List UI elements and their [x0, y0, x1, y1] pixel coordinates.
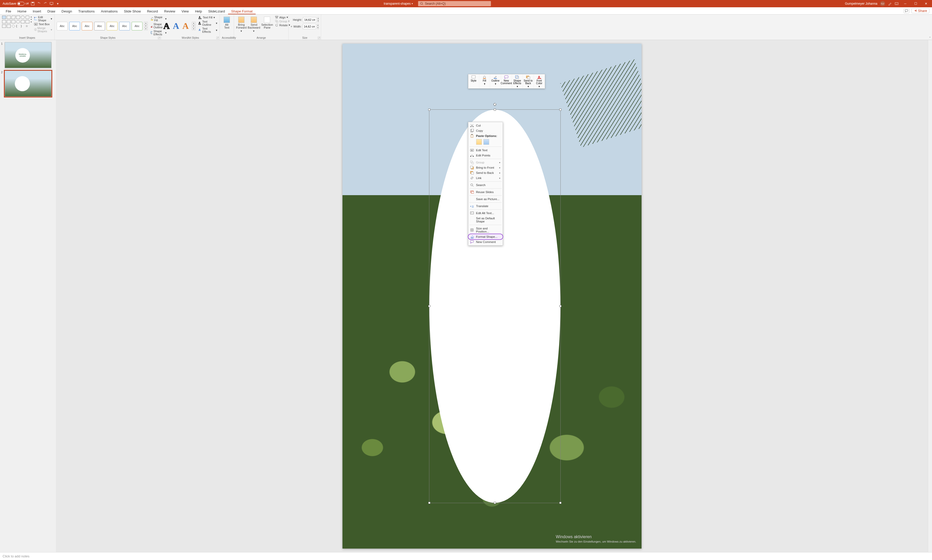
ctx-save-picture[interactable]: Save as Picture... — [468, 197, 503, 202]
ctx-search[interactable]: Search — [468, 182, 503, 188]
rotate-handle[interactable] — [493, 103, 497, 106]
mini-shape-effects[interactable]: Shape Effects ▾ — [512, 74, 523, 88]
ctx-reuse-slides[interactable]: Reuse Slides — [468, 189, 503, 195]
svg-point-3 — [420, 2, 423, 5]
shape-styles-launcher[interactable]: ⤢ — [158, 37, 160, 39]
toggle-off-icon[interactable] — [17, 2, 25, 5]
ctx-copy[interactable]: Copy — [468, 128, 503, 133]
ctx-format-shape[interactable]: Format Shape... — [468, 234, 503, 239]
ctx-send-back[interactable]: Send to Back▸ — [468, 170, 503, 175]
tab-design[interactable]: Design — [59, 9, 75, 14]
resize-handle-bl[interactable] — [428, 502, 431, 504]
resize-handle-mr[interactable] — [559, 305, 562, 307]
text-outline-button[interactable]: AText Outline ▾ — [198, 20, 218, 26]
resize-handle-tr[interactable] — [559, 109, 562, 111]
text-fill-button[interactable]: AText Fill ▾ — [198, 15, 218, 19]
tab-file[interactable]: File — [3, 9, 14, 14]
ctx-set-default[interactable]: Set as Default Shape — [468, 216, 503, 224]
ribbon-display-icon[interactable] — [895, 2, 899, 6]
save-icon[interactable] — [31, 2, 35, 6]
minimize-button[interactable]: ─ — [901, 0, 909, 7]
tab-review[interactable]: Review — [161, 9, 178, 14]
draw-mode-icon[interactable] — [888, 2, 892, 6]
resize-handle-br[interactable] — [559, 502, 562, 504]
rotate-button[interactable]: Rotate ▾ — [275, 23, 290, 27]
slide-canvas-area[interactable]: Style Fill ▾ Outline ▾ New Comment Shape… — [56, 40, 928, 552]
size-launcher[interactable]: ⤢ — [318, 37, 320, 39]
tab-shape-format[interactable]: Shape Format — [228, 9, 256, 14]
document-name[interactable]: transparent-shapes▾ — [384, 2, 413, 5]
ctx-new-comment[interactable]: New Comment — [468, 239, 503, 245]
tab-home[interactable]: Home — [14, 9, 30, 14]
vertical-scrollbar[interactable] — [928, 40, 932, 552]
mini-font-color[interactable]: AFont Color ▾ — [534, 74, 545, 88]
paste-option-2[interactable] — [483, 139, 489, 145]
shape-style-gallery[interactable]: Abc Abc Abc Abc Abc Abc Abc ▴▾▾ — [57, 15, 148, 36]
tab-help[interactable]: Help — [192, 9, 205, 14]
ctx-size-position[interactable]: Size and Position... — [468, 226, 503, 234]
redo-icon[interactable] — [43, 2, 47, 6]
slide-thumb-2[interactable] — [5, 71, 51, 97]
style-gallery-more[interactable]: ▴▾▾ — [144, 22, 148, 30]
mini-outline[interactable]: Outline ▾ — [490, 74, 501, 88]
height-input[interactable] — [303, 17, 316, 22]
search-input[interactable]: Search (Alt+Q) — [418, 1, 491, 6]
mini-new-comment[interactable]: New Comment — [501, 74, 512, 88]
share-button[interactable]: Share — [912, 8, 929, 13]
alt-text-button[interactable]: Alt Text — [222, 15, 232, 36]
tab-slideshow[interactable]: Slide Show — [121, 9, 144, 14]
autosave-toggle[interactable]: AutoSave Off — [3, 2, 29, 5]
width-input[interactable] — [303, 24, 316, 29]
align-button[interactable]: Align ▾ — [275, 15, 290, 19]
height-spinner[interactable]: ▴▾ — [318, 17, 319, 22]
tab-transitions[interactable]: Transitions — [75, 9, 98, 14]
comments-button[interactable] — [904, 9, 909, 13]
slideshow-icon[interactable] — [49, 2, 54, 6]
resize-handle-tl[interactable] — [428, 109, 431, 111]
shape-gallery-more[interactable]: ▴▾▾ — [31, 15, 33, 36]
close-button[interactable]: ✕ — [922, 0, 930, 7]
bring-forward-button[interactable]: Bring Forward ▾ — [236, 15, 247, 36]
ctx-translate[interactable]: a文Translate — [468, 203, 503, 209]
ctx-cut[interactable]: Cut — [468, 123, 503, 128]
wordart-launcher[interactable]: ⤢ — [216, 37, 219, 39]
selection-pane-button[interactable]: Selection Pane — [261, 15, 273, 36]
resize-handle-bm[interactable] — [494, 502, 496, 504]
shape-gallery[interactable]: {} ☆ — [2, 15, 30, 36]
mini-send-to-back[interactable]: Send to Back ▾ — [523, 74, 534, 88]
tab-draw[interactable]: Draw — [44, 9, 58, 14]
slide-canvas[interactable]: Style Fill ▾ Outline ▾ New Comment Shape… — [343, 44, 642, 549]
wordart-gallery-more[interactable]: ▴▾▾ — [192, 22, 196, 30]
user-avatar[interactable]: GJ — [880, 1, 885, 6]
resize-handle-ml[interactable] — [428, 305, 431, 307]
undo-icon[interactable] — [37, 2, 41, 6]
ctx-alt-text[interactable]: Edit Alt Text... — [468, 211, 503, 216]
paste-option-1[interactable] — [476, 139, 482, 145]
text-box-button[interactable]: AText Box — [34, 22, 52, 26]
ctx-bring-front[interactable]: Bring to Front▸ — [468, 165, 503, 170]
group-button[interactable]: Group ▾ — [275, 20, 290, 23]
tab-slidelizard[interactable]: SlideLizard — [205, 9, 228, 14]
wordart-gallery[interactable]: A A A ▴▾▾ — [163, 15, 196, 36]
merge-shapes-button[interactable]: Merge Shapes ▾ — [34, 26, 52, 33]
qat-more-icon[interactable]: ▾ — [56, 2, 60, 6]
tab-record[interactable]: Record — [144, 9, 161, 14]
ctx-edit-points[interactable]: Edit Points — [468, 153, 503, 158]
width-spinner[interactable]: ▴▾ — [317, 24, 319, 29]
resize-handle-tm[interactable] — [494, 109, 496, 111]
text-effects-button[interactable]: AText Effects ▾ — [198, 27, 218, 33]
ctx-edit-text[interactable]: AEdit Text — [468, 148, 503, 153]
slide-thumb-1[interactable]: TROPICAL LEAVES — [5, 42, 51, 68]
tab-insert[interactable]: Insert — [30, 9, 45, 14]
mini-fill[interactable]: Fill ▾ — [479, 74, 490, 88]
slide-thumbnails-panel[interactable]: 1 TROPICAL LEAVES 2 — [0, 40, 56, 552]
collapse-ribbon-icon[interactable]: ⌃ — [929, 36, 931, 39]
maximize-button[interactable]: ☐ — [912, 0, 920, 7]
send-backward-button[interactable]: Send Backward ▾ — [248, 15, 260, 36]
tab-animations[interactable]: Animations — [98, 9, 121, 14]
notes-pane[interactable]: Click to add notes — [0, 552, 932, 560]
edit-shape-button[interactable]: Edit Shape ▾ — [34, 15, 52, 22]
tab-view[interactable]: View — [178, 9, 192, 14]
ctx-link[interactable]: Link▸ — [468, 175, 503, 181]
mini-style[interactable]: Style — [468, 74, 479, 88]
